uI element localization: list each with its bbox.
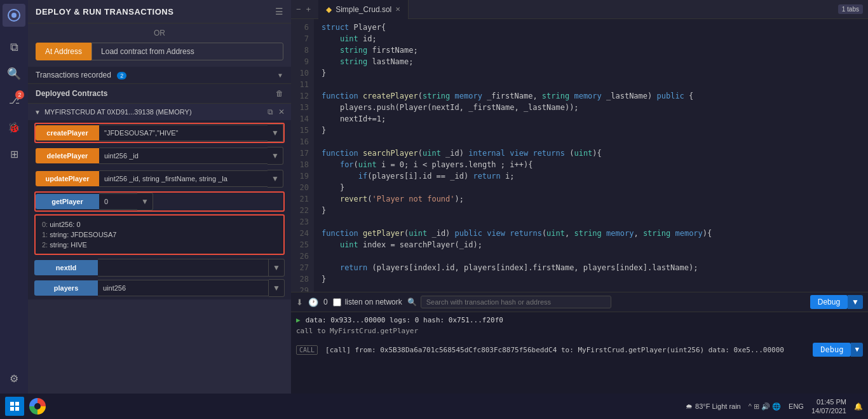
weather-text: 83°F Light rain xyxy=(695,402,741,410)
files-icon-btn[interactable]: ⧉ xyxy=(3,36,25,58)
git-badge: 2 xyxy=(15,90,24,99)
extensions-icon-btn[interactable]: ⊞ xyxy=(3,142,25,165)
deleteplayer-input[interactable] xyxy=(99,148,268,164)
contract-close-icon[interactable]: ✕ xyxy=(278,107,285,116)
deleteplayer-chevron[interactable]: ▼ xyxy=(268,147,283,165)
deployed-actions: 🗑 xyxy=(276,89,283,98)
arrow-icon: ▶ xyxy=(296,316,301,324)
console-expand-icon[interactable]: ⬇ xyxy=(296,298,303,307)
console-messages: ▶ data: 0x933...00000 logs: 0 hash: 0x75… xyxy=(291,312,868,394)
contract-name: MYFIRSTCRUD AT 0XD91...39138 (MEMORY) xyxy=(44,108,264,116)
search-icon-btn[interactable]: 🔍 xyxy=(3,62,25,85)
language: ENG xyxy=(789,402,804,410)
svg-rect-4 xyxy=(10,407,14,411)
debug-controls: Debug ▼ xyxy=(810,295,863,309)
console-clock-icon[interactable]: 🕐 xyxy=(308,298,318,307)
contract-item: ▼ MYFIRSTCRUD AT 0XD91...39138 (MEMORY) … xyxy=(28,103,291,299)
code-panel: − + ◆ Simple_Crud.sol ✕ 1 tabs 678910 11… xyxy=(291,0,868,394)
notification-icon[interactable]: 🔔 xyxy=(854,402,863,411)
createplayer-input[interactable] xyxy=(99,125,268,141)
panel-menu-icon[interactable]: ☰ xyxy=(275,6,283,17)
console-search-input[interactable] xyxy=(421,296,611,308)
players-input[interactable] xyxy=(98,280,269,296)
players-chevron[interactable]: ▼ xyxy=(269,279,285,297)
left-panel: DEPLOY & RUN TRANSACTIONS ☰ OR At Addres… xyxy=(28,0,291,394)
updateplayer-btn[interactable]: updatePlayer xyxy=(36,171,99,186)
getplayer-btn[interactable]: getPlayer xyxy=(36,194,99,209)
getplayer-chevron[interactable]: ▼ xyxy=(137,193,153,210)
output-row-2: 2: string: HIVE xyxy=(42,240,277,250)
debug-btn-inline[interactable]: Debug xyxy=(813,343,851,357)
transactions-actions: ▼ xyxy=(277,72,283,79)
contract-chevron[interactable]: ▼ xyxy=(34,109,41,116)
debug-icon-btn[interactable]: 🐞 xyxy=(3,116,25,139)
updateplayer-row: updatePlayer ▼ xyxy=(34,168,285,189)
taskbar: 🌧 83°F Light rain ^ ⊞ 🔊 🌐 ENG 01:45 PM 1… xyxy=(0,394,868,419)
console-count: 0 xyxy=(323,298,328,306)
chrome-btn[interactable] xyxy=(29,398,46,415)
date: 14/07/2021 xyxy=(811,406,846,415)
createplayer-chevron[interactable]: ▼ xyxy=(268,124,283,142)
contract-actions: ⧉ ✕ xyxy=(268,107,285,116)
transactions-title: Transactions recorded xyxy=(36,71,111,79)
logo-icon[interactable] xyxy=(3,4,25,27)
panel-title: DEPLOY & RUN TRANSACTIONS xyxy=(36,7,173,17)
output-row-0: 0: uint256: 0 xyxy=(42,219,277,230)
zoom-in-btn[interactable]: + xyxy=(306,4,311,14)
getplayer-input[interactable] xyxy=(99,193,137,210)
icon-bar: ⧉ 🔍 ⎇ 2 🐞 ⊞ ⚙ xyxy=(0,0,28,394)
updateplayer-input[interactable] xyxy=(99,170,268,187)
contract-copy-icon[interactable]: ⧉ xyxy=(268,107,273,116)
file-icon: ◆ xyxy=(326,5,332,14)
git-icon-btn[interactable]: ⎇ 2 xyxy=(3,89,25,112)
taskbar-left xyxy=(5,397,46,416)
deleteplayer-row: deletePlayer ▼ xyxy=(34,146,285,166)
zoom-out-btn[interactable]: − xyxy=(296,4,301,14)
nextid-chevron[interactable]: ▼ xyxy=(269,259,285,277)
at-address-btn[interactable]: At Address xyxy=(36,43,92,60)
taskbar-right: 🌧 83°F Light rain ^ ⊞ 🔊 🌐 ENG 01:45 PM 1… xyxy=(686,397,863,416)
createplayer-row: createPlayer ▼ xyxy=(34,123,285,143)
debug-btn-2: Debug ▼ xyxy=(813,343,863,357)
players-row: players ▼ xyxy=(34,279,285,297)
start-btn[interactable] xyxy=(5,397,24,416)
tab-filename: Simple_Crud.sol xyxy=(336,5,391,14)
console-panel: ⬇ 🕐 0 listen on network 🔍 Debug ▼ xyxy=(291,292,868,394)
listen-label: listen on network xyxy=(345,298,402,306)
debug-btn[interactable]: Debug xyxy=(810,295,848,309)
updateplayer-chevron[interactable]: ▼ xyxy=(268,170,283,188)
tab-close-icon[interactable]: ✕ xyxy=(395,6,400,13)
code-content: struct Player{ uint id; string firstName… xyxy=(314,19,868,292)
weather-icon: 🌧 xyxy=(686,402,693,410)
createplayer-btn[interactable]: createPlayer xyxy=(36,125,99,141)
nextid-btn[interactable]: nextId xyxy=(34,260,98,275)
listen-checkbox[interactable] xyxy=(333,298,341,306)
time: 01:45 PM xyxy=(811,397,846,406)
weather-block: 🌧 83°F Light rain xyxy=(686,402,741,410)
call-label: CALL xyxy=(296,345,318,355)
console-msg-2: CALL [call] from: 0x5B38Da6a701c568545dC… xyxy=(296,341,863,358)
simple-crud-tab[interactable]: ◆ Simple_Crud.sol ✕ xyxy=(318,0,409,19)
console-listen: listen on network xyxy=(333,298,402,306)
transactions-chevron[interactable]: ▼ xyxy=(277,72,283,79)
getplayer-row: getPlayer ▼ xyxy=(34,191,285,212)
deployed-contracts-section: Deployed Contracts 🗑 xyxy=(28,83,291,103)
tab-count: 1 tabs xyxy=(838,4,863,14)
settings-icon-btn[interactable]: ⚙ xyxy=(3,367,25,390)
system-tray-icons: ^ ⊞ 🔊 🌐 xyxy=(749,402,781,411)
deployed-delete-icon[interactable]: 🗑 xyxy=(276,89,283,98)
time-block: 01:45 PM 14/07/2021 xyxy=(811,397,846,416)
load-contract-btn[interactable]: Load contract from Address xyxy=(92,43,283,60)
debug-chevron-inline[interactable]: ▼ xyxy=(851,343,863,357)
console-msg-1: call to MyFirstCrud.getPlayer xyxy=(296,326,863,336)
players-btn[interactable]: players xyxy=(34,280,98,296)
deployed-contracts-title: Deployed Contracts xyxy=(36,89,107,98)
console-search: 🔍 xyxy=(407,296,611,308)
output-row-1: 1: string: JFDESOUSA7 xyxy=(42,230,277,240)
deleteplayer-btn[interactable]: deletePlayer xyxy=(36,148,99,163)
svg-rect-2 xyxy=(10,402,14,406)
svg-point-1 xyxy=(11,13,17,18)
code-area[interactable]: 678910 1112131415 1617181920 2122232425 … xyxy=(291,19,868,292)
svg-rect-5 xyxy=(15,407,19,411)
debug-chevron[interactable]: ▼ xyxy=(848,295,863,309)
